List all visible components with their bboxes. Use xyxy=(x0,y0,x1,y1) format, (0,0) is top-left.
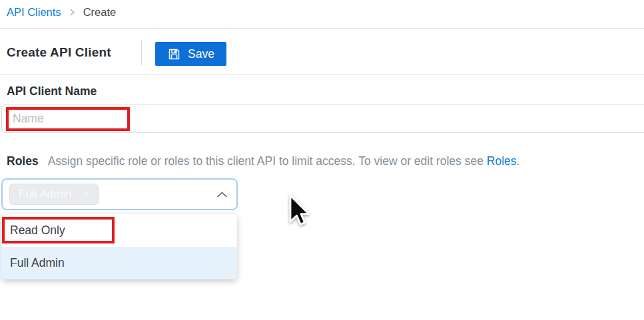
roles-description-suffix: . xyxy=(517,154,520,168)
name-input[interactable] xyxy=(1,104,644,133)
selected-role-tag-label: Full Admin xyxy=(19,188,71,201)
divider xyxy=(0,75,644,75)
roles-label: Roles xyxy=(7,154,39,168)
api-client-name-label: API Client Name xyxy=(7,84,97,98)
breadcrumb: API Clients Create xyxy=(7,6,116,19)
roles-dropdown: Read Only Full Admin xyxy=(1,214,237,279)
chevron-up-icon[interactable] xyxy=(216,190,228,199)
breadcrumb-create: Create xyxy=(83,6,117,19)
roles-section-header: RolesAssign specific role or roles to th… xyxy=(7,154,519,168)
floppy-disk-icon xyxy=(167,47,181,61)
save-button[interactable]: Save xyxy=(155,42,226,66)
option-read-only[interactable]: Read Only xyxy=(1,214,237,247)
chevron-right-icon xyxy=(69,9,76,16)
breadcrumb-api-clients[interactable]: API Clients xyxy=(7,6,61,19)
page-title: Create API Client xyxy=(7,45,111,60)
divider xyxy=(141,40,142,65)
option-full-admin[interactable]: Full Admin xyxy=(1,247,237,279)
save-button-label: Save xyxy=(188,47,214,61)
remove-tag-icon[interactable]: × xyxy=(82,188,89,201)
mouse-cursor-icon xyxy=(283,193,310,232)
roles-description: Assign specific role or roles to this cl… xyxy=(48,154,483,168)
roles-multiselect[interactable]: Full Admin × xyxy=(1,178,238,210)
roles-link[interactable]: Roles xyxy=(487,154,517,168)
selected-role-tag: Full Admin × xyxy=(9,184,99,205)
divider xyxy=(0,28,644,29)
